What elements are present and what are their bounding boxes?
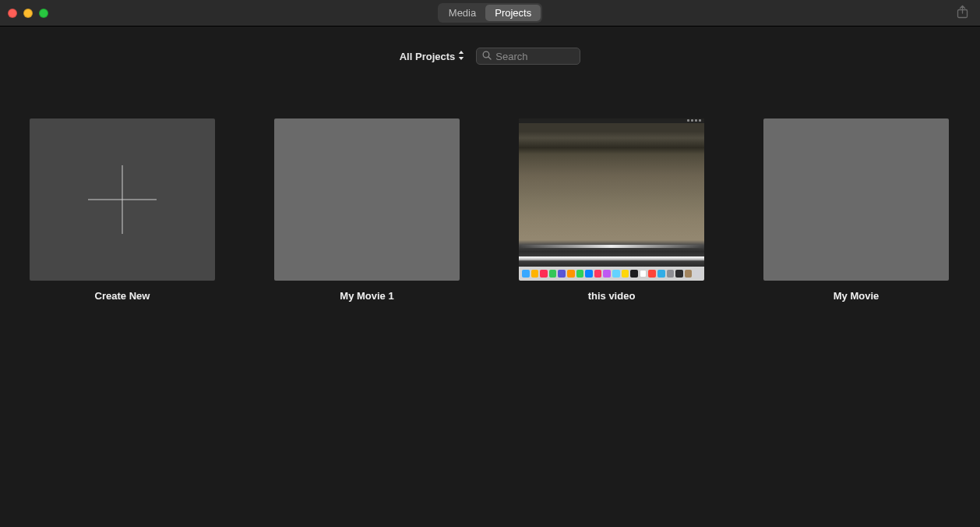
projects-filter-label: All Projects [400, 51, 456, 62]
search-input[interactable] [476, 48, 580, 65]
projects-grid: Create New My Movie 1 this video My Movi [0, 86, 980, 302]
minimize-window-button[interactable] [23, 9, 33, 18]
thumbnail-dock [519, 267, 704, 281]
project-thumbnail[interactable] [763, 118, 949, 281]
project-title: this video [588, 290, 636, 302]
close-window-button[interactable] [8, 9, 17, 18]
window-traffic-lights [8, 9, 48, 18]
search-icon [482, 49, 492, 63]
titlebar: Media Projects [0, 0, 980, 27]
plus-icon [88, 165, 157, 234]
project-thumbnail[interactable] [274, 118, 460, 281]
create-new-card[interactable]: Create New [30, 118, 215, 302]
project-card[interactable]: My Movie [763, 118, 949, 302]
tab-media[interactable]: Media [439, 5, 485, 21]
project-thumbnail[interactable] [519, 118, 704, 281]
svg-point-1 [483, 51, 489, 58]
create-new-label: Create New [95, 290, 150, 302]
project-card[interactable]: this video [519, 118, 704, 302]
thumbnail-horizon-glare [519, 245, 704, 248]
sort-chevrons-icon [457, 51, 465, 62]
create-new-thumbnail[interactable] [30, 118, 215, 281]
search-field-wrap [476, 48, 580, 65]
project-title: My Movie 1 [340, 290, 393, 302]
share-icon[interactable] [956, 5, 969, 22]
tab-projects[interactable]: Projects [485, 5, 541, 21]
filter-bar: All Projects [0, 27, 980, 86]
svg-line-2 [488, 57, 491, 59]
projects-filter-dropdown[interactable]: All Projects [400, 51, 466, 62]
thumbnail-menubar [519, 118, 704, 123]
view-switcher: Media Projects [438, 3, 542, 23]
project-card[interactable]: My Movie 1 [274, 118, 460, 302]
fullscreen-window-button[interactable] [39, 9, 48, 18]
project-title: My Movie [834, 290, 880, 302]
